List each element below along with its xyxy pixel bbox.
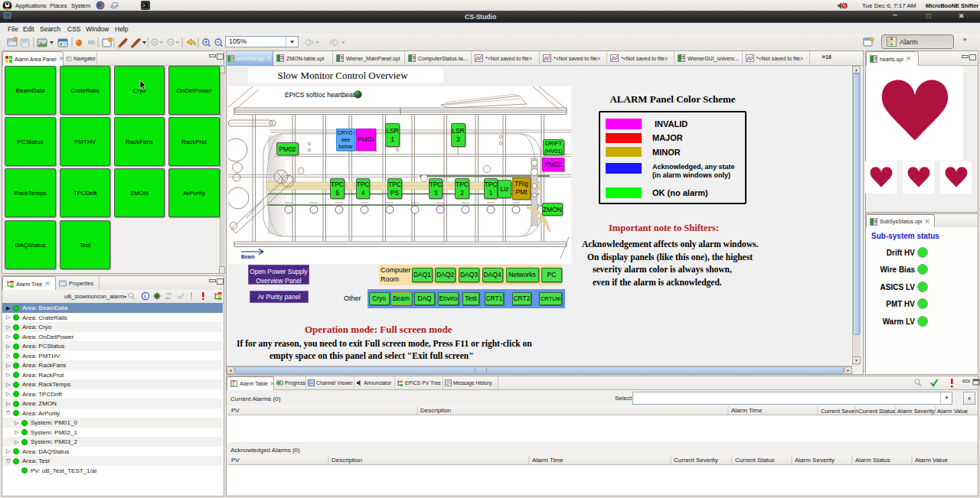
svg-text:...: ... bbox=[5, 17, 8, 21]
svg-text:Beam: Beam bbox=[241, 254, 255, 259]
